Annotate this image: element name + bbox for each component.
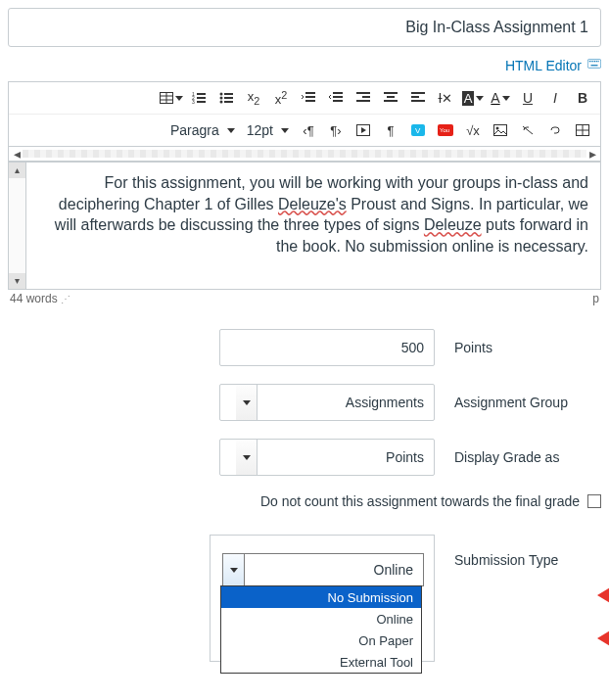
keyboard-icon	[587, 57, 601, 73]
spellcheck-word-2: Deleuze	[424, 216, 482, 233]
indent-button[interactable]	[295, 84, 322, 112]
ruler-chevron-left-icon[interactable]: ◂	[11, 148, 23, 160]
svg-rect-0	[587, 60, 600, 69]
editor-scrollbar[interactable]: ▴ ▾	[9, 163, 26, 289]
number-list-button[interactable]: 123	[185, 84, 212, 112]
dont-count-checkbox[interactable]	[587, 494, 601, 508]
svg-point-8	[220, 93, 223, 96]
annotation-arrow-2	[599, 627, 609, 648]
assignment-group-row: Assignment Group Assignments	[8, 384, 601, 421]
bullet-list-button[interactable]	[212, 84, 240, 112]
subscript-button[interactable]: x2	[240, 84, 267, 112]
status-element-tag: p	[592, 292, 599, 305]
font-size-value: 12pt	[247, 122, 273, 138]
dont-count-row: Do not count this assignment towards the…	[174, 493, 601, 509]
points-input[interactable]: 500	[219, 329, 435, 366]
embed-math-button[interactable]: √x	[459, 117, 487, 144]
svg-point-9	[220, 97, 223, 100]
scroll-down-icon[interactable]: ▾	[9, 273, 25, 289]
font-color-button[interactable]: A	[487, 84, 514, 112]
status-word-count: 44 words ⋰	[10, 292, 69, 305]
svg-rect-7	[591, 65, 598, 66]
insert-table-button[interactable]	[158, 84, 185, 112]
ruler-chevron-right-icon[interactable]: ▸	[586, 148, 598, 160]
spellcheck-word-1: Deleuze's	[278, 196, 347, 212]
editor-line-4: the book. No submission online is necess…	[276, 238, 588, 255]
points-row: Points 500	[8, 329, 601, 366]
html-editor-link[interactable]: HTML Editor	[505, 58, 582, 73]
submission-type-dropdown: No Submission Online On Paper External T…	[220, 585, 422, 674]
svg-text:You: You	[440, 127, 449, 133]
font-family-value: Paragra	[170, 122, 219, 138]
align-left-button[interactable]	[404, 84, 432, 112]
points-value: 500	[401, 340, 424, 355]
bg-color-button[interactable]: A	[459, 84, 487, 112]
font-family-select[interactable]: Paragra	[164, 117, 241, 144]
editor-line-2a: deciphering Chapter 1 of Gilles	[59, 196, 278, 212]
chevron-down-icon	[236, 385, 258, 420]
align-center-button[interactable]	[377, 84, 404, 112]
svg-rect-2	[591, 61, 592, 62]
submission-type-panel: Online No Submission Online On Paper Ext…	[210, 535, 435, 662]
resize-handle-icon[interactable]: ⋰	[61, 294, 69, 304]
font-size-select[interactable]: 12pt	[241, 117, 295, 144]
insert-image-button[interactable]	[487, 117, 514, 144]
chevron-down-icon	[236, 440, 258, 475]
svg-rect-5	[596, 61, 597, 62]
outdent-button[interactable]	[322, 84, 350, 112]
insert-link-button[interactable]	[541, 117, 569, 144]
editor-status-row: p 44 words ⋰	[8, 292, 601, 305]
submission-type-value: Online	[245, 562, 423, 578]
dropdown-option-on-paper[interactable]: On Paper	[221, 630, 421, 651]
toolbar-row-2: √x You V ¶ ¶› ‹¶ 12pt Paragra	[9, 114, 600, 146]
assignment-group-select[interactable]: Assignments	[219, 384, 435, 421]
assignment-title-input[interactable]	[8, 8, 601, 47]
rtl-button[interactable]: ‹¶	[295, 117, 322, 144]
assignment-group-value: Assignments	[346, 395, 424, 410]
rich-text-toolbar: B I U A A I✕ x2 x2 123 √x You V ¶ ¶› ‹¶ …	[8, 81, 601, 163]
editor-line-3b: puts forward in	[482, 216, 588, 233]
svg-point-10	[220, 101, 223, 104]
embed-youtube-button[interactable]: You	[432, 117, 459, 144]
points-label: Points	[454, 340, 601, 355]
editor-line-1: For this assignment, you will be working…	[105, 174, 588, 191]
chevron-down-icon	[223, 554, 245, 585]
toolbar-row-1: B I U A A I✕ x2 x2 123	[9, 82, 600, 114]
submission-type-label: Submission Type	[454, 535, 601, 568]
dropdown-option-external-tool[interactable]: External Tool	[221, 651, 421, 673]
special-char-button[interactable]: ¶	[377, 117, 404, 144]
dropdown-option-online[interactable]: Online	[221, 608, 421, 630]
italic-button[interactable]: I	[541, 84, 569, 112]
ltr-button[interactable]: ¶›	[322, 117, 350, 144]
ruler-track	[23, 150, 586, 158]
svg-text:V: V	[415, 126, 421, 135]
dropdown-option-no-submission[interactable]: No Submission	[221, 586, 421, 608]
bold-button[interactable]: B	[569, 84, 596, 112]
editor-content[interactable]: For this assignment, you will be working…	[26, 163, 600, 289]
clear-format-button[interactable]: I✕	[432, 84, 459, 112]
superscript-button[interactable]: x2	[267, 84, 295, 112]
assignment-group-label: Assignment Group	[454, 395, 601, 410]
svg-rect-1	[589, 61, 590, 62]
annotation-arrow-1	[599, 583, 609, 605]
submission-type-select[interactable]: Online	[222, 553, 424, 586]
embed-vimeo-button[interactable]: V	[404, 117, 432, 144]
editor-line-3a: will afterwards be discussing the three …	[55, 216, 424, 233]
svg-text:3: 3	[192, 99, 195, 104]
scroll-up-icon[interactable]: ▴	[9, 163, 25, 178]
table-grid-button[interactable]	[569, 117, 596, 144]
insert-media-button[interactable]	[350, 117, 377, 144]
display-grade-select[interactable]: Points	[219, 439, 435, 476]
svg-rect-16	[494, 125, 507, 136]
align-right-button[interactable]	[350, 84, 377, 112]
editor-ruler: ▸ ◂	[9, 146, 600, 162]
scroll-track[interactable]	[9, 178, 25, 273]
display-grade-row: Display Grade as Points	[8, 439, 601, 476]
rich-text-editor[interactable]: ▴ ▾ For this assignment, you will be wor…	[8, 163, 601, 290]
svg-rect-6	[598, 61, 599, 62]
remove-link-button[interactable]	[514, 117, 541, 144]
underline-button[interactable]: U	[514, 84, 541, 112]
svg-point-17	[496, 127, 499, 130]
display-grade-label: Display Grade as	[454, 449, 601, 465]
svg-rect-3	[592, 61, 593, 62]
